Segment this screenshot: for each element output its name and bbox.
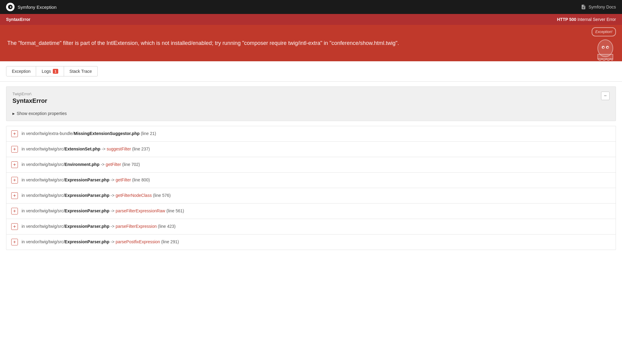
collapse-button[interactable]: − (601, 92, 610, 100)
tabs-container: Exception Logs 1 Stack Trace (6, 66, 616, 76)
stack-row: + in vendor/twig/twig/src/ExpressionPars… (6, 172, 616, 188)
top-bar-left: Symfony Exception (6, 3, 56, 11)
expand-button-5[interactable]: + (11, 192, 18, 199)
stack-file-6: ExpressionParser.php (65, 208, 110, 213)
http-code: HTTP 500 (557, 17, 576, 22)
stack-path-5: in vendor/twig/twig/src/ExpressionParser… (22, 193, 171, 199)
stack-line-6: (line 561) (166, 208, 184, 213)
stack-method-2: suggestFilter (106, 147, 131, 151)
http-text: Internal Server Error (577, 17, 616, 22)
tab-exception-label: Exception (12, 69, 30, 74)
expand-button-1[interactable]: + (11, 130, 18, 137)
stack-row: + in vendor/twig/twig/src/ExpressionPars… (6, 203, 616, 219)
expand-button-2[interactable]: + (11, 146, 18, 153)
expand-button-4[interactable]: + (11, 177, 18, 184)
logs-badge: 1 (53, 69, 58, 74)
stack-file-7: ExpressionParser.php (65, 224, 110, 229)
mascot-bubble: Exception! (592, 27, 616, 36)
stack-path-8: in vendor/twig/twig/src/ExpressionParser… (22, 239, 179, 245)
stack-trace-container: + in vendor/twig/extra-bundle/MissingExt… (6, 126, 616, 250)
exception-info: Twig\Error\ SyntaxError (12, 92, 47, 104)
stack-arrow-8: -> (110, 239, 116, 244)
top-bar-right[interactable]: Symfony Docs (581, 4, 616, 10)
stack-row: + in vendor/twig/twig/src/ExtensionSet.p… (6, 141, 616, 157)
expand-button-6[interactable]: + (11, 208, 18, 214)
stack-arrow-2: -> (102, 147, 107, 151)
stack-arrow-7: -> (110, 224, 116, 229)
http-status: HTTP 500 Internal Server Error (557, 17, 616, 22)
stack-line-4: (line 800) (132, 177, 150, 182)
stack-file-3: Environment.php (65, 162, 100, 167)
stack-line-5: (line 576) (153, 193, 171, 198)
exception-mascot: Exception! (592, 27, 616, 59)
exception-block: Twig\Error\ SyntaxError − ▶ Show excepti… (6, 86, 616, 121)
tabs-section: Exception Logs 1 Stack Trace (0, 61, 622, 82)
svg-point-5 (607, 47, 608, 48)
stack-file-2: ExtensionSet.php (65, 147, 100, 151)
symfony-logo-icon (6, 3, 15, 11)
expand-button-3[interactable]: + (11, 161, 18, 168)
stack-line-2: (line 237) (132, 147, 150, 151)
docs-label[interactable]: Symfony Docs (589, 5, 616, 9)
stack-path-6: in vendor/twig/twig/src/ExpressionParser… (22, 208, 184, 214)
stack-arrow-3: -> (101, 162, 106, 167)
stack-line-7: (line 423) (158, 224, 175, 229)
stack-arrow-4: -> (110, 177, 116, 182)
stack-path-7: in vendor/twig/twig/src/ExpressionParser… (22, 224, 176, 230)
tab-logs-label: Logs (42, 69, 51, 74)
stack-path-4: in vendor/twig/twig/src/ExpressionParser… (22, 177, 150, 183)
stack-file-1: MissingExtensionSuggestor.php (74, 131, 140, 136)
top-bar: Symfony Exception Symfony Docs (0, 0, 622, 14)
stack-method-4: getFilter (116, 177, 131, 182)
stack-method-3: getFilter (106, 162, 121, 167)
error-type-bar: SyntaxError HTTP 500 Internal Server Err… (0, 14, 622, 25)
error-banner: The "format_datetime" filter is part of … (0, 25, 622, 61)
ghost-svg (593, 38, 617, 62)
tab-logs[interactable]: Logs 1 (36, 66, 64, 76)
stack-path-1: in vendor/twig/extra-bundle/MissingExten… (22, 131, 156, 137)
show-properties-label: Show exception properties (17, 111, 67, 116)
collapse-symbol: − (604, 93, 607, 99)
expand-button-8[interactable]: + (11, 239, 18, 245)
stack-arrow-5: -> (110, 193, 116, 198)
stack-line-8: (line 291) (161, 239, 179, 244)
expand-button-7[interactable]: + (11, 223, 18, 230)
stack-file-8: ExpressionParser.php (65, 239, 110, 244)
stack-path-2: in vendor/twig/twig/src/ExtensionSet.php… (22, 146, 150, 152)
stack-file-5: ExpressionParser.php (65, 193, 110, 198)
stack-row: + in vendor/twig/extra-bundle/MissingExt… (6, 126, 616, 141)
stack-path-3: in vendor/twig/twig/src/Environment.php … (22, 162, 140, 168)
docs-icon (581, 4, 586, 10)
stack-row: + in vendor/twig/twig/src/ExpressionPars… (6, 188, 616, 203)
stack-method-5: getFilterNodeClass (116, 193, 152, 198)
exception-class: SyntaxError (12, 97, 47, 104)
svg-point-4 (603, 47, 604, 48)
mascot-label: Exception! (595, 30, 612, 34)
triangle-icon: ▶ (12, 112, 15, 115)
tab-exception[interactable]: Exception (6, 66, 36, 76)
exception-namespace: Twig\Error\ (12, 92, 47, 96)
app-title: Symfony Exception (18, 5, 56, 10)
stack-arrow-6: -> (110, 208, 116, 213)
stack-row: + in vendor/twig/twig/src/ExpressionPars… (6, 219, 616, 234)
error-type: SyntaxError (6, 17, 30, 22)
mascot-body (593, 38, 614, 59)
stack-line-1: (line 21) (141, 131, 156, 136)
error-message: The "format_datetime" filter is part of … (7, 39, 524, 47)
show-properties-toggle[interactable]: ▶ Show exception properties (6, 109, 616, 121)
stack-file-4: ExpressionParser.php (65, 177, 110, 182)
stack-line-3: (line 702) (122, 162, 140, 167)
stack-method-6: parseFilterExpressionRaw (116, 208, 165, 213)
svg-rect-1 (598, 54, 613, 59)
stack-row: + in vendor/twig/twig/src/ExpressionPars… (6, 234, 616, 250)
exception-header: Twig\Error\ SyntaxError − (6, 87, 616, 109)
stack-method-7: parseFilterExpression (116, 224, 157, 229)
stack-method-8: parsePostfixExpression (116, 239, 160, 244)
tab-stack-trace-label: Stack Trace (69, 69, 92, 74)
stack-row: + in vendor/twig/twig/src/Environment.ph… (6, 157, 616, 172)
tab-stack-trace[interactable]: Stack Trace (64, 66, 98, 76)
